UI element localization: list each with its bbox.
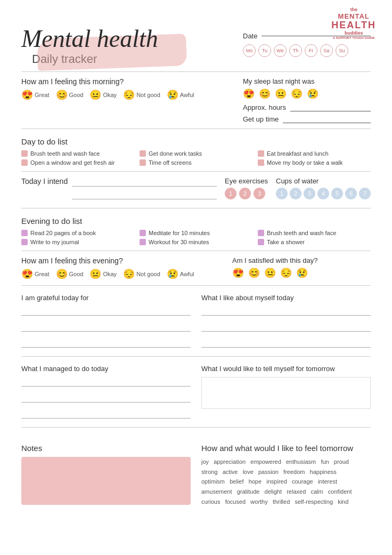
notes-box[interactable] bbox=[21, 457, 191, 505]
feel-col: How and what would I like to feel tomorr… bbox=[201, 436, 371, 506]
evening-checkbox-2[interactable] bbox=[258, 230, 264, 236]
day-checkbox-1[interactable] bbox=[140, 150, 146, 157]
grateful-lines bbox=[21, 306, 191, 351]
cup-circle-6[interactable]: 7 bbox=[359, 188, 371, 199]
day-checkbox-5[interactable] bbox=[258, 159, 264, 166]
logo: the MENTAL HEALTH buddies A SUPPORT TOUG… bbox=[331, 7, 376, 39]
sleep-emoji-3[interactable]: 😔 bbox=[291, 88, 303, 100]
evening-feeling-option-4[interactable]: 😢Awful bbox=[167, 268, 194, 280]
satisfied-emoji-3[interactable]: 😔 bbox=[280, 267, 292, 279]
evening-feeling-option-1[interactable]: 😊Good bbox=[56, 268, 84, 280]
morning-feeling-option-4[interactable]: 😢Awful bbox=[167, 89, 194, 101]
eye-exercises-section: Eye exercises 123 bbox=[225, 177, 268, 199]
feel-tomorrow-label: How and what would I like to feel tomorr… bbox=[201, 444, 371, 453]
day-circle-fr[interactable]: Fr bbox=[305, 44, 317, 57]
cups-label: Cups of water bbox=[276, 177, 371, 185]
evening-checkbox-4[interactable] bbox=[140, 239, 146, 245]
evening-todo-label-3: Write to my journal bbox=[30, 239, 79, 245]
evening-todo-item-2[interactable]: Brush teeth and wash face bbox=[258, 230, 371, 236]
day-checkbox-4[interactable] bbox=[140, 159, 146, 166]
day-circle-we[interactable]: We bbox=[274, 44, 287, 57]
logo-mental: MENTAL bbox=[331, 13, 376, 20]
morning-emoji-0: 😍 bbox=[21, 89, 33, 101]
sleep-emoji-4[interactable]: 😢 bbox=[307, 88, 318, 100]
cup-circle-3[interactable]: 4 bbox=[317, 188, 329, 199]
grateful-line-1[interactable] bbox=[21, 306, 191, 316]
like-line-1[interactable] bbox=[201, 306, 371, 316]
intend-line-1[interactable] bbox=[72, 177, 217, 187]
day-circles: MoTuWeThFrSaSu bbox=[243, 44, 371, 57]
evening-checkbox-1[interactable] bbox=[140, 230, 146, 236]
like-myself-label: What I like about myself today bbox=[201, 294, 371, 302]
satisfied-emoji-4[interactable]: 😢 bbox=[296, 267, 308, 279]
eye-circle-0[interactable]: 1 bbox=[225, 188, 236, 199]
tell-box[interactable] bbox=[201, 377, 371, 409]
day-checkbox-0[interactable] bbox=[21, 150, 28, 157]
sleep-emoji-0[interactable]: 😍 bbox=[243, 88, 255, 100]
like-line-2[interactable] bbox=[201, 322, 371, 332]
managed-line-2[interactable] bbox=[21, 393, 191, 403]
sleep-emoji-1[interactable]: 😊 bbox=[259, 88, 271, 100]
title-wrapper: Mental health bbox=[21, 27, 158, 51]
eye-circle-2[interactable]: 3 bbox=[254, 188, 265, 199]
evening-checkbox-0[interactable] bbox=[21, 230, 28, 236]
day-todo-section: Day to do list Brush teeth and wash face… bbox=[21, 137, 371, 166]
morning-feeling-option-0[interactable]: 😍Great bbox=[21, 89, 50, 101]
managed-line-3[interactable] bbox=[21, 409, 191, 419]
satisfied-emoji-1[interactable]: 😊 bbox=[248, 267, 260, 279]
approx-input[interactable] bbox=[290, 103, 371, 111]
evening-todo-item-4[interactable]: Workout for 30 minutes bbox=[140, 239, 252, 245]
sleep-emoji-2[interactable]: 😐 bbox=[275, 88, 287, 100]
day-circle-sa[interactable]: Sa bbox=[320, 44, 333, 57]
evening-todo-item-3[interactable]: Write to my journal bbox=[21, 239, 134, 245]
evening-todo-item-1[interactable]: Meditate for 10 minutes bbox=[140, 230, 252, 236]
evening-feeling-option-3[interactable]: 😔Not good bbox=[123, 268, 160, 280]
day-checkbox-2[interactable] bbox=[258, 150, 264, 157]
day-todo-item-5[interactable]: Move my body or take a walk bbox=[258, 159, 371, 166]
intend-line-2[interactable] bbox=[72, 190, 217, 199]
day-circle-su[interactable]: Su bbox=[336, 44, 348, 57]
intend-section: Today I intend bbox=[21, 177, 217, 203]
day-todo-item-1[interactable]: Get done work tasks bbox=[140, 150, 252, 157]
day-todo-item-4[interactable]: Time off screens bbox=[140, 159, 252, 166]
evening-checkbox-5[interactable] bbox=[258, 239, 264, 245]
evening-feeling-option-2[interactable]: 😐Okay bbox=[89, 268, 117, 280]
getup-input[interactable] bbox=[283, 115, 371, 123]
morning-feeling-title: How am I feeling this morning? bbox=[21, 77, 232, 86]
day-todo-item-3[interactable]: Open a window and get fresh air bbox=[21, 159, 134, 166]
logo-buddies: buddies bbox=[331, 31, 376, 36]
cup-circle-2[interactable]: 3 bbox=[304, 188, 315, 199]
day-todo-item-2[interactable]: Eat breakfast and lunch bbox=[258, 150, 371, 157]
evening-emoji-2: 😐 bbox=[89, 268, 101, 280]
evening-emoji-0: 😍 bbox=[21, 268, 33, 280]
approx-row: Approx. hours bbox=[243, 103, 371, 111]
satisfied-emoji-2[interactable]: 😐 bbox=[264, 267, 276, 279]
grateful-line-3[interactable] bbox=[21, 338, 191, 348]
morning-feeling-option-2[interactable]: 😐Okay bbox=[89, 89, 117, 101]
evening-todo-item-0[interactable]: Read 20 pages of a book bbox=[21, 230, 134, 236]
divider-4 bbox=[21, 208, 371, 208]
evening-emoji-1: 😊 bbox=[56, 268, 68, 280]
grateful-line-2[interactable] bbox=[21, 322, 191, 332]
grateful-col: I am grateful today for bbox=[21, 294, 191, 351]
like-line-3[interactable] bbox=[201, 338, 371, 348]
satisfied-emoji-0[interactable]: 😍 bbox=[232, 267, 244, 279]
cup-circle-1[interactable]: 2 bbox=[290, 188, 301, 199]
evening-checkbox-3[interactable] bbox=[21, 239, 28, 245]
day-todo-item-0[interactable]: Brush teeth and wash face bbox=[21, 150, 134, 157]
day-circle-th[interactable]: Th bbox=[289, 44, 302, 57]
evening-feeling-option-0[interactable]: 😍Great bbox=[21, 268, 50, 280]
cup-circle-5[interactable]: 6 bbox=[345, 188, 357, 199]
evening-label-0: Great bbox=[35, 271, 50, 277]
evening-todo-label-4: Workout for 30 minutes bbox=[149, 239, 209, 245]
day-checkbox-3[interactable] bbox=[21, 159, 28, 166]
morning-feeling-option-3[interactable]: 😔Not good bbox=[123, 89, 160, 101]
evening-todo-item-5[interactable]: Take a shower bbox=[258, 239, 371, 245]
day-circle-mo[interactable]: Mo bbox=[243, 44, 256, 57]
managed-line-1[interactable] bbox=[21, 377, 191, 387]
day-circle-tu[interactable]: Tu bbox=[258, 44, 271, 57]
cup-circle-4[interactable]: 5 bbox=[331, 188, 343, 199]
morning-feeling-option-1[interactable]: 😊Good bbox=[56, 89, 84, 101]
eye-circle-1[interactable]: 2 bbox=[239, 188, 251, 199]
cup-circle-0[interactable]: 1 bbox=[276, 188, 288, 199]
